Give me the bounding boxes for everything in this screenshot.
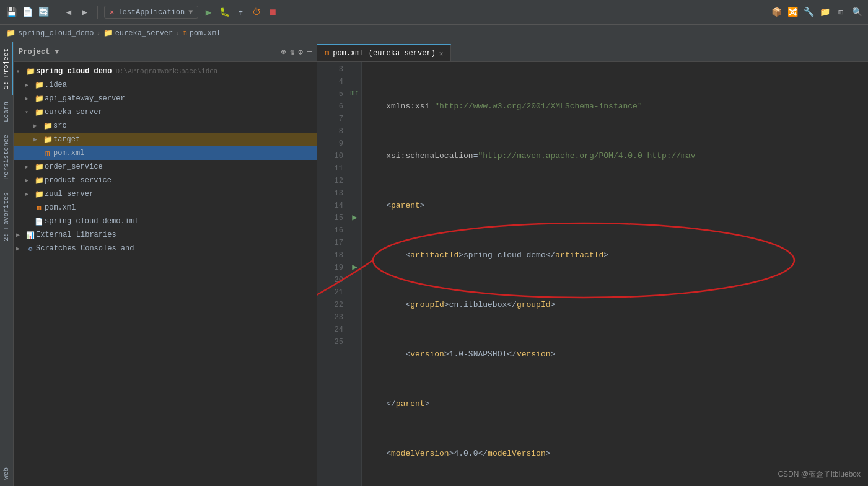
settings-icon[interactable]: ⚙: [298, 47, 303, 57]
tree-folder-icon-eureka: 📁: [33, 108, 45, 117]
line-numbers: 3 4 5 6 7 8 9 10 11 12 13 14 15 16 17 18: [317, 62, 348, 486]
tree-iml-icon: 📄: [33, 218, 45, 226]
tree-arrow-eureka: ▾: [25, 108, 33, 116]
tree-arrow-scratches: ▶: [16, 245, 25, 252]
vcs-icon[interactable]: 🔀: [786, 6, 799, 19]
gutter-13: [348, 186, 361, 198]
line-num-10: 10: [317, 150, 343, 162]
gutter-18: [348, 248, 361, 260]
files-icon[interactable]: 📁: [818, 6, 831, 19]
search-icon[interactable]: 🔍: [851, 6, 863, 19]
breadcrumb-file-icon: m: [182, 29, 186, 38]
sidebar-tab-learn[interactable]: Learn: [1, 95, 13, 128]
editor-tab-pomxml[interactable]: m pom.xml (eureka_server) ✕: [317, 44, 451, 61]
line-num-15: 15: [317, 212, 343, 224]
panel-dropdown-icon[interactable]: ▼: [55, 48, 59, 56]
tree-xml-icon-pomxml2: m: [33, 203, 45, 213]
sidebar-tab-persistence[interactable]: Persistence: [1, 128, 13, 186]
tree-arrow-order: ▶: [25, 163, 33, 170]
tree-label-root: spring_cloud_demo: [36, 67, 112, 76]
gutter-5[interactable]: m↑: [348, 87, 361, 99]
gutter-3: [348, 62, 361, 74]
layout-icon[interactable]: ⊞: [835, 6, 847, 19]
tree-path-root: D:\AProgramWorkSpace\idea: [115, 68, 217, 75]
tree-label-api: api_gateway_server: [45, 94, 125, 103]
tree-item-zuul[interactable]: ▶ 📁 zuul_server: [14, 187, 317, 201]
tree-folder-icon-src: 📁: [42, 122, 53, 131]
code-editor[interactable]: 3 4 5 6 7 8 9 10 11 12 13 14 15 16 17 18: [317, 62, 868, 486]
tree-item-api[interactable]: ▶ 📁 api_gateway_server: [14, 92, 317, 105]
breadcrumb-part-1[interactable]: spring_cloud_demo: [18, 29, 94, 38]
tree-item-idea[interactable]: ▶ 📁 .idea: [14, 78, 317, 92]
tree-folder-icon-zuul: 📁: [33, 190, 45, 199]
debug-button[interactable]: 🐛: [218, 6, 230, 19]
tree-xml-icon-pomxml1: m: [42, 149, 53, 158]
build-icon[interactable]: 🔧: [802, 6, 815, 19]
tree-arrow-root: ▾: [16, 68, 25, 75]
profile-button[interactable]: ⏱: [250, 6, 263, 19]
collapse-icon[interactable]: ⇅: [290, 47, 295, 57]
breadcrumb: 📁 spring_cloud_demo › 📁 eureka_server › …: [0, 25, 868, 42]
tree-label-order: order_service: [45, 162, 103, 171]
hide-icon[interactable]: —: [307, 47, 312, 57]
back-icon[interactable]: ◀: [63, 6, 75, 19]
tree-item-product[interactable]: ▶ 📁 product_service: [14, 174, 317, 187]
project-tree: ▾ 📁 spring_cloud_demo D:\AProgramWorkSpa…: [14, 62, 317, 486]
run-config-chevron[interactable]: ▼: [188, 8, 193, 17]
tree-item-src[interactable]: ▶ 📁 src: [14, 119, 317, 133]
coverage-button[interactable]: ☂: [234, 6, 247, 19]
tree-item-target[interactable]: ▶ 📁 target: [14, 133, 317, 146]
tree-item-pomxml1[interactable]: m pom.xml: [14, 146, 317, 160]
sidebar-tab-web[interactable]: Web: [1, 461, 13, 486]
gutter-11: [348, 161, 361, 174]
tree-item-order[interactable]: ▶ 📁 order_service: [14, 160, 317, 174]
gutter-15[interactable]: ▶: [348, 211, 361, 223]
toolbar-separator-1: [56, 6, 56, 19]
tree-arrow-src: ▶: [33, 122, 42, 130]
editor-area: m pom.xml (eureka_server) ✕ 3 4 5 6 7 8 …: [317, 42, 868, 486]
tree-item-iml[interactable]: 📄 spring_cloud_demo.iml: [14, 214, 317, 228]
breadcrumb-part-3[interactable]: pom.xml: [190, 29, 221, 38]
code-line-5: <parent>: [367, 200, 868, 212]
tree-item-root[interactable]: ▾ 📁 spring_cloud_demo D:\AProgramWorkSpa…: [14, 64, 317, 78]
forward-icon[interactable]: ▶: [79, 6, 91, 19]
tree-folder-icon-idea: 📁: [33, 81, 45, 90]
gutter-19[interactable]: ▶: [348, 260, 361, 273]
reload-icon[interactable]: 🔄: [37, 6, 50, 19]
code-line-9: </parent>: [367, 398, 868, 410]
toolbar: 💾 📄 🔄 ◀ ▶ ✕ TestApplication ▼ ▶ 🐛 ☂ ⏱ ⏹ …: [0, 0, 868, 25]
sidebar-tab-favorites[interactable]: 2: Favorites: [1, 186, 13, 247]
tree-item-extlib[interactable]: ▶ 📊 External Libraries: [14, 228, 317, 242]
line-num-14: 14: [317, 200, 343, 212]
run-button[interactable]: ▶: [202, 6, 214, 19]
locate-icon[interactable]: ⊕: [281, 47, 286, 57]
breadcrumb-part-2[interactable]: eureka_server: [115, 29, 173, 38]
tree-label-src: src: [53, 122, 67, 130]
run-config-selector[interactable]: ✕ TestApplication ▼: [104, 6, 198, 19]
deploy-icon[interactable]: 📦: [770, 6, 783, 19]
stop-button[interactable]: ⏹: [266, 6, 279, 19]
line-num-22: 22: [317, 299, 343, 311]
code-content[interactable]: xmlns:xsi="http://www.w3.org/2001/XMLSch…: [362, 62, 868, 486]
gutter-8: [348, 124, 361, 136]
line-num-25: 25: [317, 336, 343, 348]
code-wrapper: 3 4 5 6 7 8 9 10 11 12 13 14 15 16 17 18: [317, 62, 868, 486]
panel-header: Project ▼ ⊕ ⇅ ⚙ —: [14, 42, 317, 62]
tree-label-pomxml1: pom.xml: [53, 149, 84, 157]
tree-arrow-target: ▶: [33, 136, 42, 143]
saveas-icon[interactable]: 📄: [21, 6, 33, 19]
tree-item-scratches[interactable]: ▶ ⚙ Scratches Consoles and: [14, 242, 317, 255]
tree-item-pomxml2[interactable]: m pom.xml: [14, 201, 317, 214]
tree-item-eureka[interactable]: ▾ 📁 eureka_server: [14, 105, 317, 119]
tree-label-idea: .idea: [45, 81, 67, 89]
save-icon[interactable]: 💾: [5, 6, 17, 19]
toolbar-separator-2: [97, 6, 98, 19]
tree-label-target: target: [53, 135, 80, 144]
gutter-6: [348, 99, 361, 112]
tree-arrow-api: ▶: [25, 95, 33, 102]
sidebar-tab-project[interactable]: 1: Project: [1, 42, 13, 95]
tab-close-button[interactable]: ✕: [439, 50, 444, 58]
code-line-7: <groupId>cn.itbluebox</groupId>: [367, 299, 868, 311]
tree-extlib-icon: 📊: [25, 231, 36, 239]
gutter-22: [348, 298, 361, 310]
